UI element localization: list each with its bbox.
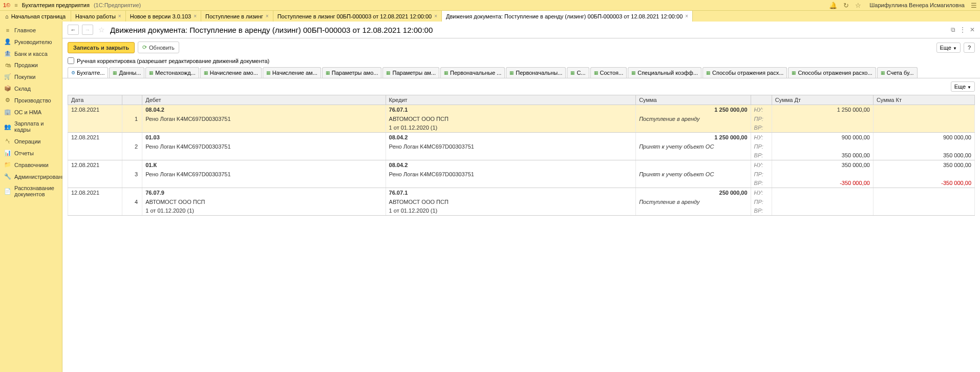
subtab-label: Счета бу... (887, 70, 914, 76)
subtab-14[interactable]: ▦Счета бу... (877, 67, 918, 78)
more-button[interactable]: Еще ▼ (936, 43, 961, 53)
subtab-icon: ▦ (444, 70, 449, 75)
sidebar-item-11[interactable]: 📁Справочники (0, 159, 62, 171)
sidebar-item-3[interactable]: 🛍Продажи (0, 59, 62, 71)
tab-bar: ⌂ Начальная страница Начало работы×Новое… (0, 10, 980, 22)
more-icon[interactable]: ⋮ (960, 26, 966, 33)
history-icon[interactable]: ↻ (843, 2, 849, 9)
sidebar-label: Операции (14, 138, 40, 144)
subtab-10[interactable]: ▦Состоя... (590, 67, 627, 78)
close-icon[interactable]: ✕ (970, 26, 975, 33)
star-icon[interactable]: ☆ (855, 2, 861, 9)
sidebar-item-6[interactable]: ⚙Производство (0, 94, 62, 106)
manual-edit-row: Ручная корректировка (разрешает редактир… (62, 56, 980, 67)
sidebar-item-2[interactable]: 🏦Банк и касса (0, 48, 62, 59)
subtab-4[interactable]: ▦Начисление ам... (263, 67, 321, 78)
back-button[interactable]: ← (68, 25, 79, 35)
subtab-7[interactable]: ▦Первоначальные ... (440, 67, 505, 78)
logo-1c: 1© (3, 2, 10, 8)
sidebar-label: Зарплата и кадры (14, 120, 58, 133)
tab-close-icon[interactable]: × (266, 13, 269, 19)
sidebar-item-13[interactable]: 📄Распознавание документов (0, 182, 62, 200)
content: ← → ☆ Движения документа: Поступление в … (62, 22, 980, 372)
table-row[interactable]: 12.08.202108.04.276.07.11 250 000,00НУ:1… (68, 105, 975, 114)
sidebar-label: Распознавание документов (14, 185, 58, 197)
help-button[interactable]: ? (964, 43, 975, 53)
table-row[interactable]: 12.08.202176.07.976.07.1250 000,00НУ: (68, 188, 975, 197)
subtab-label: Первоначальны... (516, 70, 562, 76)
table-row[interactable]: 4АВТОМОСТ ООО ПСПАВТОМОСТ ООО ПСППоступл… (68, 197, 975, 206)
table-row[interactable]: 3Рено Логан K4MC697D00303751Рено Логан K… (68, 170, 975, 179)
subtab-0[interactable]: ⚙Бухгалте... (68, 67, 108, 78)
link-icon[interactable]: ⧉ (951, 26, 955, 33)
subtab-icon: ▦ (570, 70, 575, 75)
refresh-button[interactable]: ⟳ Обновить (138, 42, 179, 53)
subtab-9[interactable]: ▦С... (567, 67, 589, 78)
home-tab[interactable]: ⌂ Начальная страница (0, 11, 71, 22)
tab-4[interactable]: Движения документа: Поступление в аренду… (442, 11, 693, 22)
menu-icon[interactable]: ≡ (14, 2, 17, 8)
forward-button[interactable]: → (82, 25, 93, 35)
subtabs: ⚙Бухгалте...▦Данны...▦Местонахожд...▦Нач… (62, 67, 980, 78)
sidebar-item-7[interactable]: 🏢ОС и НМА (0, 106, 62, 118)
favorite-icon[interactable]: ☆ (98, 26, 105, 34)
th-debit[interactable]: Дебет (142, 95, 386, 105)
table-row[interactable]: 2Рено Логан K4MC697D00303751Рено Логан K… (68, 142, 975, 151)
th-num[interactable] (122, 95, 142, 105)
bell-icon[interactable]: 🔔 (829, 2, 837, 9)
table-row[interactable]: 1 от 01.12.2020 (1)ВР: (68, 123, 975, 133)
table-row[interactable]: 1Рено Логан K4MC697D00303751АВТОМОСТ ООО… (68, 114, 975, 123)
save-close-button[interactable]: Записать и закрыть (68, 42, 135, 53)
subtab-2[interactable]: ▦Местонахожд... (145, 67, 199, 78)
tab-3[interactable]: Поступление в лизинг 00БП-000003 от 12.0… (273, 11, 442, 22)
subtab-1[interactable]: ▦Данны... (109, 67, 144, 78)
sidebar-icon: 📁 (4, 161, 11, 168)
tab-2[interactable]: Поступление в лизинг× (201, 11, 273, 22)
tab-close-icon[interactable]: × (434, 13, 437, 19)
table-row[interactable]: 12.08.202101.0308.04.21 250 000,00НУ:900… (68, 133, 975, 142)
sidebar-item-12[interactable]: 🔧Администрирование (0, 171, 62, 182)
table-row[interactable]: ВР:350 000,00350 000,00 (68, 151, 975, 160)
th-credit[interactable]: Кредит (386, 95, 636, 105)
tab-0[interactable]: Начало работы× (71, 11, 126, 22)
subtab-6[interactable]: ▦Параметры ам... (382, 67, 439, 78)
table-more-button[interactable]: Еще ▼ (951, 81, 975, 92)
subtab-12[interactable]: ▦Способы отражения расх... (702, 67, 787, 78)
home-icon: ⌂ (5, 13, 9, 19)
subtab-13[interactable]: ▦Способы отражения расхо... (788, 67, 876, 78)
titlebar: 1© ≡ Бухгалтерия предприятия (1С:Предпри… (0, 0, 980, 10)
tab-close-icon[interactable]: × (685, 13, 688, 19)
tab-label: Начало работы (75, 13, 116, 19)
sidebar-label: Продажи (14, 62, 38, 68)
tab-1[interactable]: Новое в версии 3.0.103× (126, 11, 201, 22)
th-date[interactable]: Дата (68, 95, 122, 105)
sidebar-item-4[interactable]: 🛒Покупки (0, 71, 62, 82)
sidebar-icon: ≡ (4, 27, 11, 33)
toolbar: Записать и закрыть ⟳ Обновить Еще ▼ ? (62, 38, 980, 56)
th-kt[interactable]: Сумма Кт (873, 95, 974, 105)
table-row[interactable]: 1 от 01.12.2020 (1)1 от 01.12.2020 (1)ВР… (68, 206, 975, 216)
sidebar-label: Отчеты (14, 150, 34, 156)
settings-icon[interactable]: ☰ (971, 2, 977, 9)
tab-close-icon[interactable]: × (118, 13, 121, 19)
sidebar-item-10[interactable]: 📊Отчеты (0, 147, 62, 159)
table-row[interactable]: ВР:-350 000,00-350 000,00 (68, 179, 975, 188)
sidebar-icon: 🏢 (4, 109, 11, 115)
manual-edit-checkbox[interactable] (68, 57, 74, 64)
th-type[interactable] (751, 95, 772, 105)
table-row[interactable]: 12.08.202101.К08.04.2НУ:350 000,00350 00… (68, 160, 975, 170)
subtab-3[interactable]: ▦Начисление амо... (200, 67, 262, 78)
subtab-5[interactable]: ▦Параметры амо... (322, 67, 382, 78)
sidebar-item-8[interactable]: 👥Зарплата и кадры (0, 118, 62, 135)
sidebar-item-0[interactable]: ≡Главное (0, 25, 62, 36)
th-dt[interactable]: Сумма Дт (772, 95, 873, 105)
tab-close-icon[interactable]: × (194, 13, 197, 19)
sidebar-item-1[interactable]: 👤Руководителю (0, 36, 62, 48)
sidebar: ≡Главное👤Руководителю🏦Банк и касса🛍Прода… (0, 22, 62, 372)
sidebar-item-5[interactable]: 📦Склад (0, 82, 62, 94)
sidebar-icon: 🏦 (4, 50, 11, 57)
sidebar-item-9[interactable]: ᴬₜОперации (0, 135, 62, 147)
th-sum[interactable]: Сумма (636, 95, 751, 105)
subtab-11[interactable]: ▦Специальный коэфф... (628, 67, 701, 78)
subtab-8[interactable]: ▦Первоначальны... (506, 67, 566, 78)
